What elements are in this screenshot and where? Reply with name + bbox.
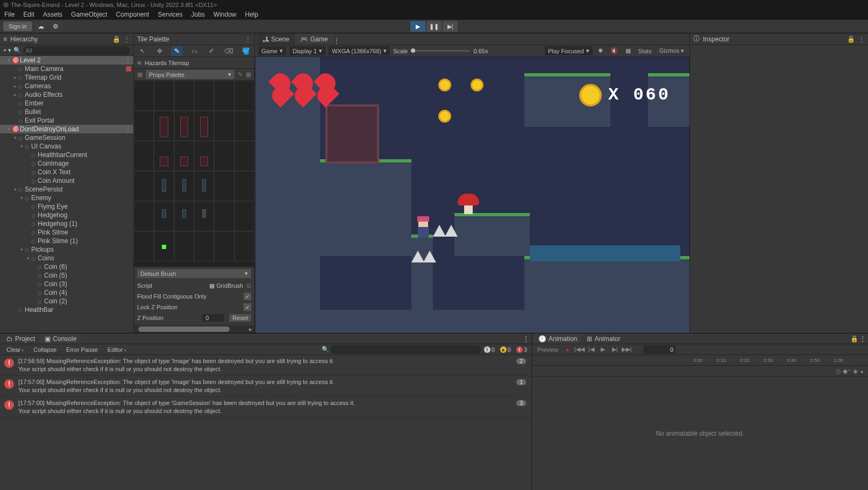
info-count[interactable]: !0 — [482, 346, 497, 353]
active-tilemap-dropdown[interactable]: Hazards Tilemap — [145, 60, 189, 66]
tree-item[interactable]: ◇HealthbarCurrent — [0, 151, 133, 159]
inspector-menu-icon[interactable]: ⋮ — [858, 35, 865, 43]
tree-item[interactable]: ◇Hedgehog (1) — [0, 219, 133, 228]
anim-menu-icon[interactable]: ⋮ — [859, 335, 866, 343]
bug-icon[interactable]: ✺ — [596, 47, 605, 54]
error-count[interactable]: !3 — [514, 346, 529, 353]
resolution-dropdown[interactable]: WXGA (1366x768) ▾ — [329, 46, 390, 55]
game-menu-icon[interactable]: ⋮ — [333, 37, 340, 45]
reset-button[interactable]: Reset — [229, 314, 251, 322]
console-menu-icon[interactable]: ⋮ — [523, 335, 529, 343]
first-frame-button[interactable]: |◀◀ — [573, 345, 585, 354]
error-pause-button[interactable]: Error Pause — [62, 345, 102, 354]
tree-item[interactable]: ◇Hedgehog — [0, 211, 133, 219]
tree-item[interactable]: ◇Coin X Text — [0, 168, 133, 176]
play-button[interactable]: ▶ — [410, 21, 425, 32]
grid-icon[interactable]: ▦ — [623, 47, 633, 54]
tree-item[interactable]: ◇Main Camera — [0, 65, 133, 73]
frame-field[interactable] — [643, 345, 675, 354]
tree-item[interactable]: ◇Coin Amount — [0, 176, 133, 185]
tree-item[interactable]: ◇Exit Portal — [0, 116, 133, 125]
animator-tab[interactable]: ⊞Animator — [582, 334, 624, 344]
console-search[interactable] — [330, 345, 481, 354]
zpos-field[interactable]: 0 — [202, 314, 224, 322]
tree-item[interactable]: ◇CoinImage — [0, 159, 133, 168]
tree-item[interactable]: ◇Coin (4) — [0, 288, 133, 297]
menu-component[interactable]: Component — [116, 11, 149, 18]
mute-icon[interactable]: 🔇 — [608, 47, 620, 54]
tree-item[interactable]: ▾◇Enemy — [0, 194, 133, 202]
scene-row[interactable]: ▾🎯 Level 2⋮ — [0, 56, 133, 65]
editor-button[interactable]: Editor▾ — [103, 345, 131, 354]
curves-icon[interactable]: ⬥ — [860, 367, 864, 375]
cloud-icon[interactable]: ☁ — [34, 21, 47, 32]
hierarchy-search[interactable] — [23, 46, 130, 55]
create-button[interactable]: + ▾ — [3, 47, 11, 54]
tree-item[interactable]: ◇Pink Slime (1) — [0, 237, 133, 245]
project-tab[interactable]: 🗀Project — [2, 334, 39, 344]
tree-item[interactable]: ▾◇Coins — [0, 254, 133, 262]
clear-button[interactable]: Clear▾ — [2, 345, 28, 354]
tile-palette-menu-icon[interactable]: ⋮ — [245, 35, 251, 43]
gizmos-button[interactable]: Gizmos ▾ — [657, 47, 686, 54]
grid-icon[interactable]: ▦ — [246, 71, 251, 78]
tree-item[interactable]: ◇Bullet — [0, 108, 133, 116]
settings-icon[interactable]: ⚙ — [49, 21, 62, 32]
tree-item[interactable]: ◇HealthBar — [0, 306, 133, 314]
console-message[interactable]: ! [17:56:59] MissingReferenceException: … — [0, 355, 531, 376]
record-button[interactable]: ● — [561, 345, 573, 354]
tree-item[interactable]: ◇Ember — [0, 99, 133, 108]
console-tab[interactable]: ▣Console — [40, 334, 81, 344]
play-anim-button[interactable]: ▶ — [597, 345, 609, 354]
menu-window[interactable]: Window — [214, 11, 237, 18]
menu-gameobject[interactable]: GameObject — [71, 11, 107, 18]
hierarchy-tree[interactable]: ▾🎯 Level 2⋮ ◇Main Camera ▸◇Tilemap Grid … — [0, 56, 133, 333]
picker-tool-icon[interactable]: ✐ — [205, 46, 217, 56]
dopesheet-icon[interactable]: ◈ — [853, 367, 858, 375]
menu-assets[interactable]: Assets — [43, 11, 62, 18]
play-focused-dropdown[interactable]: Play Focused ▾ — [545, 46, 593, 55]
signin-button[interactable]: Sign in — [3, 22, 32, 31]
tree-item[interactable]: ▸◇Cameras — [0, 82, 133, 90]
rect-tool-icon[interactable]: ▭ — [188, 46, 200, 56]
tree-item[interactable]: ◇Coin (2) — [0, 297, 133, 306]
tile-grid[interactable] — [134, 81, 254, 266]
warn-count[interactable]: ▲0 — [498, 346, 513, 353]
step-button[interactable]: ▶| — [443, 21, 458, 32]
inspector-tab[interactable]: Inspector — [703, 35, 729, 43]
next-frame-button[interactable]: ▶| — [609, 345, 621, 354]
palette-dropdown[interactable]: Props Palette▾ — [146, 70, 234, 79]
brush-tool-icon[interactable]: ✎ — [171, 46, 183, 56]
add-key-icon[interactable]: ◇ — [836, 367, 841, 375]
scale-slider[interactable] — [411, 50, 470, 52]
tree-item[interactable]: ◇Coin (5) — [0, 271, 133, 280]
console-message[interactable]: ! [17:57:00] MissingReferenceException: … — [0, 397, 531, 418]
console-body[interactable]: ! [17:56:59] MissingReferenceException: … — [0, 355, 531, 490]
brush-dropdown[interactable]: Default Brush▾ — [137, 269, 251, 278]
menu-jobs[interactable]: Jobs — [191, 11, 204, 18]
select-tool-icon[interactable]: ↖ — [137, 46, 148, 56]
tree-item[interactable]: ◇Flying Eye — [0, 202, 133, 211]
tree-item[interactable]: ▸◇Tilemap Grid — [0, 73, 133, 82]
preview-button[interactable]: Preview — [534, 346, 561, 353]
prev-frame-button[interactable]: |◀ — [585, 345, 597, 354]
timeline-ruler[interactable]: 0:000:100:200:300:400:501:00 — [532, 355, 868, 366]
move-tool-icon[interactable]: ✥ — [154, 46, 166, 56]
edit-palette-icon[interactable]: ✎ — [238, 71, 243, 78]
tree-item[interactable]: ▸◇Audio Effects — [0, 90, 133, 99]
collapse-button[interactable]: Collapse — [29, 345, 61, 354]
menu-file[interactable]: File — [4, 11, 15, 18]
stats-button[interactable]: Stats — [636, 48, 654, 54]
tree-item[interactable]: ▾◇Pickups — [0, 245, 133, 254]
display-dropdown[interactable]: Display 1 ▾ — [289, 46, 325, 55]
animation-tab[interactable]: 🕘Animation — [534, 334, 581, 344]
lockz-checkbox[interactable]: ✓ — [244, 303, 251, 311]
anim-lock-icon[interactable]: 🔒 — [850, 335, 858, 343]
menu-edit[interactable]: Edit — [23, 11, 34, 18]
tree-item[interactable]: ◇Pink Slime — [0, 228, 133, 237]
game-tab[interactable]: 🎮Game — [295, 34, 333, 45]
tree-item[interactable]: ◇Coin (6) — [0, 262, 133, 271]
tree-item[interactable]: ▾◇UI Canvas — [0, 142, 133, 151]
pause-button[interactable]: ❚❚ — [426, 21, 442, 32]
tile-scrollbar[interactable]: ▸ — [134, 325, 254, 333]
